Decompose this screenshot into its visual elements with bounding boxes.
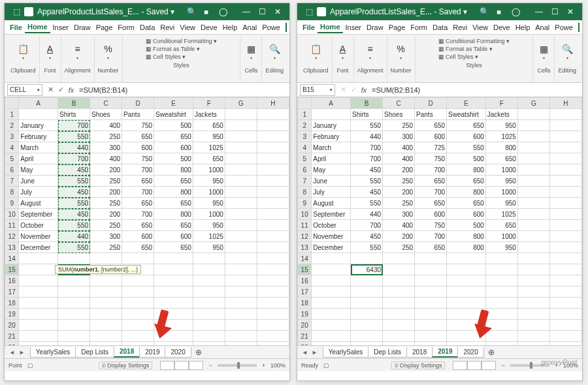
- cell[interactable]: Pants: [415, 109, 447, 120]
- row-header[interactable]: 11: [5, 220, 19, 231]
- cell-styles-button[interactable]: ▦ Cell Styles ▾: [146, 53, 186, 61]
- cell[interactable]: 700: [415, 187, 447, 198]
- sheet-tab[interactable]: Dep Lists: [368, 347, 407, 358]
- cell[interactable]: 400: [90, 120, 122, 131]
- cell[interactable]: 250: [90, 220, 122, 231]
- cell[interactable]: 550: [351, 120, 383, 131]
- cell[interactable]: 1025: [485, 209, 517, 220]
- font-icon[interactable]: A▾: [336, 38, 350, 65]
- cell[interactable]: 400: [383, 220, 415, 231]
- row-header[interactable]: 18: [5, 298, 19, 309]
- cell[interactable]: 450: [58, 187, 90, 198]
- diamond-icon[interactable]: ◆: [489, 3, 510, 22]
- display-settings-button[interactable]: ⎚ Display Settings: [99, 362, 152, 369]
- cell[interactable]: 550: [447, 142, 486, 153]
- cell[interactable]: 440: [351, 209, 383, 220]
- cell[interactable]: 725: [415, 142, 447, 153]
- row-header[interactable]: 22: [5, 342, 19, 346]
- col-header[interactable]: G: [517, 98, 549, 109]
- zoom-level[interactable]: 100%: [270, 362, 286, 369]
- cell[interactable]: 550: [58, 198, 90, 209]
- col-header[interactable]: C: [90, 98, 122, 109]
- cell[interactable]: 650: [122, 220, 154, 231]
- cell[interactable]: 400: [90, 153, 122, 164]
- cell[interactable]: 950: [193, 242, 225, 253]
- tab-nav-next[interactable]: ►: [310, 349, 319, 356]
- cell-styles-button[interactable]: ▦ Cell Styles ▾: [438, 53, 478, 61]
- cell[interactable]: 440: [351, 131, 383, 142]
- align-icon[interactable]: ≡▾: [363, 38, 378, 65]
- tab-nav-prev[interactable]: ◄: [7, 349, 17, 356]
- cell[interactable]: December: [312, 242, 351, 253]
- menu-help[interactable]: Help: [220, 22, 240, 33]
- cell[interactable]: 650: [485, 220, 517, 231]
- cell[interactable]: 650: [415, 198, 447, 209]
- cell[interactable]: 600: [122, 142, 154, 153]
- col-header[interactable]: B: [58, 98, 90, 109]
- cell[interactable]: 450: [351, 231, 383, 242]
- cell[interactable]: 750: [122, 153, 154, 164]
- cell[interactable]: 950: [485, 120, 517, 131]
- cell[interactable]: 200: [90, 209, 122, 220]
- cell[interactable]: 700: [351, 142, 383, 153]
- cell[interactable]: 800: [447, 187, 486, 198]
- page-break-button[interactable]: [189, 361, 203, 370]
- row-header[interactable]: 13: [5, 242, 19, 253]
- cell[interactable]: 600: [154, 142, 193, 153]
- zoom-slider[interactable]: [218, 364, 257, 367]
- tab-nav-next[interactable]: ►: [17, 349, 27, 356]
- col-header[interactable]: B: [351, 98, 383, 109]
- formula-input[interactable]: =SUM(B2:B14): [76, 85, 289, 95]
- name-box[interactable]: B15▾: [300, 84, 335, 96]
- cell[interactable]: 1025: [193, 231, 225, 242]
- row-header[interactable]: 8: [298, 187, 312, 198]
- menu-insert[interactable]: Inser: [50, 22, 71, 33]
- cell[interactable]: 440: [58, 231, 90, 242]
- col-header[interactable]: D: [415, 98, 447, 109]
- row-header[interactable]: 16: [5, 275, 19, 286]
- cell[interactable]: 700: [415, 231, 447, 242]
- menu-data[interactable]: Data: [430, 22, 450, 33]
- menu-review[interactable]: Revi: [450, 22, 470, 33]
- cell[interactable]: Shoes: [90, 109, 122, 120]
- cell[interactable]: October: [312, 220, 351, 231]
- cell[interactable]: 650: [415, 176, 447, 187]
- row-header[interactable]: 5: [5, 153, 19, 164]
- cell[interactable]: 200: [90, 187, 122, 198]
- cell[interactable]: December: [19, 242, 58, 253]
- col-header[interactable]: F: [485, 98, 517, 109]
- row-header[interactable]: 22: [298, 342, 312, 346]
- menu-file[interactable]: File: [7, 22, 25, 33]
- number-icon[interactable]: %▾: [394, 38, 408, 65]
- cell[interactable]: January: [19, 120, 58, 131]
- cell[interactable]: July: [312, 187, 351, 198]
- cell[interactable]: 250: [90, 242, 122, 253]
- zoom-out[interactable]: −: [501, 362, 504, 369]
- minimize-icon[interactable]: —: [238, 5, 254, 18]
- cell[interactable]: 200: [383, 187, 415, 198]
- cell[interactable]: 950: [193, 131, 225, 142]
- page-break-button[interactable]: [482, 361, 496, 370]
- row-header[interactable]: 12: [5, 231, 19, 242]
- col-header[interactable]: G: [225, 98, 257, 109]
- cell[interactable]: 950: [485, 198, 517, 209]
- cell[interactable]: April: [312, 153, 351, 164]
- row-header[interactable]: 18: [298, 298, 312, 309]
- cell[interactable]: 650: [485, 153, 517, 164]
- sheet-tab-active[interactable]: 2019: [432, 346, 458, 358]
- row-header[interactable]: 19: [298, 309, 312, 320]
- menu-form[interactable]: Form: [115, 22, 137, 33]
- row-header[interactable]: 15: [5, 264, 19, 275]
- sheet-tab[interactable]: Dep Lists: [75, 347, 114, 358]
- cell[interactable]: Pants: [122, 109, 154, 120]
- row-header[interactable]: 9: [5, 198, 19, 209]
- cell[interactable]: 750: [415, 220, 447, 231]
- row-header[interactable]: 10: [5, 209, 19, 220]
- cell[interactable]: 650: [122, 176, 154, 187]
- zoom-out[interactable]: −: [208, 362, 212, 369]
- menu-view[interactable]: View: [470, 22, 491, 33]
- cell[interactable]: 700: [351, 153, 383, 164]
- cell[interactable]: 650: [154, 176, 193, 187]
- cell[interactable]: 1000: [485, 231, 517, 242]
- row-header[interactable]: 11: [298, 220, 312, 231]
